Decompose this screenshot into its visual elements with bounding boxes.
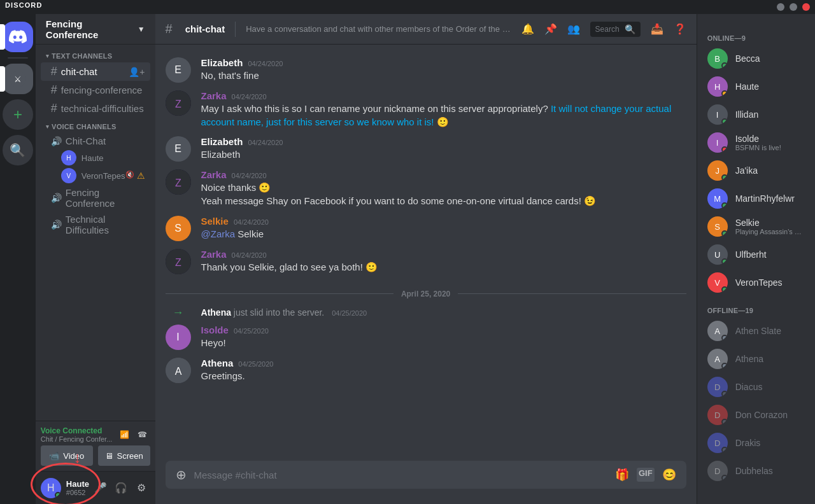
member-status — [721, 146, 728, 153]
member-info: VeronTepes — [735, 277, 783, 288]
window-controls[interactable]: ─ □ ✕ — [777, 3, 810, 11]
avatar[interactable]: Z — [166, 249, 191, 274]
member-info: Haute — [735, 81, 759, 92]
channel-item-technical-difficulties[interactable]: # technical-difficulties — [41, 99, 150, 118]
voice-channel-chit-chat[interactable]: 🔊 Chit-Chat — [41, 133, 150, 149]
message-username[interactable]: Isolde — [201, 325, 229, 335]
member-status-text: BSFMN is live! — [735, 144, 781, 151]
message-timestamp: 04/25/2020 — [238, 360, 273, 368]
server-header[interactable]: Fencing Conference ▼ — [36, 14, 155, 45]
voice-channels-category: ▾ VOICE CHANNELS 🔊 Chit-Chat H Haute V V… — [36, 120, 155, 238]
channel-name: chit-chat — [185, 24, 225, 34]
member-verontepes[interactable]: V VeronTepes — [702, 269, 810, 297]
add-attachment-icon[interactable]: ⊕ — [176, 467, 187, 482]
minimize-button[interactable]: ─ — [777, 3, 784, 11]
inbox-icon[interactable]: 📥 — [651, 23, 663, 35]
member-info: Diacus — [735, 382, 763, 392]
message-username[interactable]: Zarka — [201, 249, 227, 260]
message-username[interactable]: Elizabeth — [201, 57, 243, 68]
vc-phone-icon[interactable]: ☎ — [135, 427, 150, 442]
message-timestamp: 04/24/2020 — [232, 93, 267, 101]
voice-channel-name-chitchat: Chit-Chat — [66, 136, 106, 146]
member-diacus[interactable]: D Diacus — [702, 373, 810, 401]
close-button[interactable]: ✕ — [802, 3, 810, 11]
gif-icon[interactable]: GIF — [637, 468, 655, 482]
member-ulfberht[interactable]: U Ulfberht — [702, 241, 810, 269]
message-content: Elizabeth 04/24/2020 No, that's fine — [201, 57, 686, 83]
message-input-area: ⊕ 🎁 GIF 😊 — [155, 461, 697, 504]
explore-servers-button[interactable]: 🔍 — [3, 135, 33, 165]
vc-signal-icon[interactable]: 📶 — [117, 427, 132, 442]
settings-button[interactable]: ⚙ — [132, 479, 150, 497]
message-input[interactable] — [194, 470, 607, 480]
discord-home-button[interactable] — [3, 22, 33, 52]
message-username[interactable]: Zarka — [201, 169, 227, 180]
message-username[interactable]: Elizabeth — [201, 136, 243, 147]
mute-button[interactable]: 🎤 — [92, 479, 110, 497]
avatar[interactable]: Z — [166, 90, 191, 116]
message-username[interactable]: Selkie — [201, 216, 229, 227]
member-dubhelas[interactable]: D Dubhelas — [702, 457, 810, 485]
message-username[interactable]: Athena — [201, 358, 234, 368]
member-haute[interactable]: H Haute — [702, 73, 810, 101]
message-input-box[interactable]: ⊕ 🎁 GIF 😊 — [166, 461, 686, 489]
help-icon[interactable]: ❓ — [674, 23, 686, 35]
member-info: Ulfberht — [735, 249, 767, 260]
add-server-button[interactable]: + — [3, 99, 33, 130]
svg-text:Z: Z — [175, 178, 181, 188]
member-athenslate[interactable]: A Athen Slate — [702, 317, 810, 345]
svg-text:A: A — [174, 366, 181, 377]
message-timestamp: 04/24/2020 — [248, 60, 283, 67]
member-illidan-avatar: I — [707, 104, 728, 125]
member-isolde[interactable]: I Isolde BSFMN is live! — [702, 129, 810, 157]
member-martin[interactable]: M MartinRhyfelwr — [702, 185, 810, 213]
messages-area[interactable]: E Elizabeth 04/24/2020 No, that's fine Z… — [155, 45, 697, 461]
avatar[interactable]: E — [166, 136, 191, 162]
pin-icon[interactable]: 📌 — [544, 23, 557, 35]
message-group: E Elizabeth 04/24/2020 Elizabeth — [155, 134, 697, 164]
member-illidan[interactable]: I Illidan — [702, 101, 810, 129]
avatar[interactable]: Z — [166, 169, 191, 195]
member-martin-avatar: M — [707, 188, 728, 209]
member-name: Ulfberht — [735, 249, 767, 260]
member-becca[interactable]: B Becca — [702, 45, 810, 73]
voice-channel-fencing-conf[interactable]: 🔊 Fencing Conference — [41, 185, 150, 211]
message-username[interactable]: Zarka — [201, 90, 227, 101]
user-avatar[interactable]: H — [41, 478, 61, 498]
avatar[interactable]: I — [166, 325, 191, 350]
video-button[interactable]: 📹 Video — [41, 445, 93, 466]
member-status — [721, 335, 728, 341]
notification-bell-icon[interactable]: 🔔 — [521, 23, 534, 35]
add-member-icon[interactable]: 👤+ — [129, 67, 145, 77]
avatar[interactable]: A — [166, 358, 191, 383]
screen-button[interactable]: 🖥 Screen — [98, 445, 150, 466]
avatar[interactable]: E — [166, 57, 191, 83]
voice-member-haute[interactable]: H Haute — [41, 149, 150, 167]
server-icon-fencing[interactable]: ⚔ — [3, 64, 33, 94]
search-icon: 🔍 — [625, 24, 635, 34]
text-channels-header[interactable]: ▾ TEXT CHANNELS — [36, 50, 155, 62]
channel-item-fencing-conference[interactable]: # fencing-conference — [41, 81, 150, 99]
speaker-icon: 🔊 — [51, 193, 62, 203]
member-jaika[interactable]: J Ja'ika — [702, 157, 810, 185]
member-athena[interactable]: A Athena — [702, 345, 810, 373]
member-status — [721, 286, 728, 293]
channel-item-chit-chat[interactable]: # chit-chat 👤+ — [41, 62, 150, 81]
deafen-button[interactable]: 🎧 — [112, 479, 130, 497]
voice-member-verontepes[interactable]: V VeronTepes 🔇 ⚠ — [41, 167, 150, 185]
member-doncorazon[interactable]: D Don Corazon — [702, 401, 810, 429]
top-bar: DISCORD ─ □ ✕ — [0, 0, 815, 14]
voice-channels-header[interactable]: ▾ VOICE CHANNELS — [36, 120, 155, 133]
members-icon[interactable]: 👥 — [567, 23, 580, 35]
avatar[interactable]: S — [166, 216, 191, 241]
emoji-icon[interactable]: 😊 — [662, 468, 676, 482]
online-members-header: ONLINE—9 — [697, 24, 815, 45]
member-selkie[interactable]: S Selkie Playing Assassin's Creed Origi.… — [702, 213, 810, 241]
maximize-button[interactable]: □ — [790, 3, 797, 11]
voice-channel-tech-diff[interactable]: 🔊 Technical Difficulties — [41, 211, 150, 238]
system-username[interactable]: Athena — [201, 307, 231, 318]
search-box[interactable]: Search 🔍 — [590, 22, 641, 37]
member-drakis[interactable]: D Drakis — [702, 429, 810, 457]
member-info: Drakis — [735, 438, 761, 448]
gift-icon[interactable]: 🎁 — [615, 468, 629, 482]
